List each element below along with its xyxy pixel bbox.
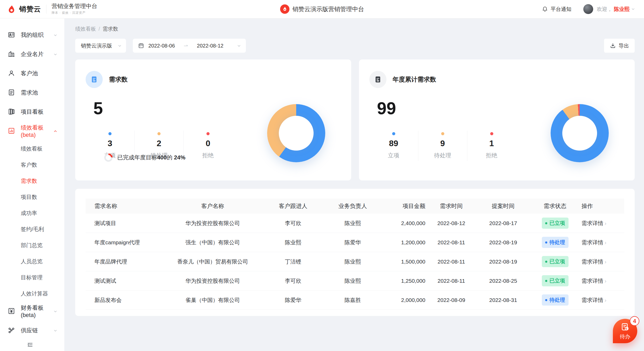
stat-label: 拒绝 [486, 152, 497, 159]
cell-proposal-date: 2022-08-31 [477, 297, 529, 303]
sidebar-subitem-label: 成功率 [21, 210, 37, 217]
cell-proposal-date: 2022-08-19 [477, 259, 529, 265]
kanban-icon [8, 108, 16, 116]
cell-amount: 2,000,000 [381, 297, 425, 303]
stat-value: 1 [489, 139, 494, 148]
col-header-demand-date: 需求时间 [425, 202, 477, 210]
demand-table-card: 需求名称 客户名称 客户跟进人 业务负责人 项目金额 需求时间 提案时间 需求状… [75, 189, 635, 316]
todo-floating-button[interactable]: 待办 4 [613, 319, 637, 343]
date-range-picker[interactable]: 2022-08-06 ⇀ 2022-08-12 [133, 39, 246, 53]
sidebar-subitem-label: 目标管理 [21, 274, 43, 281]
sidebar-item-my-org[interactable]: 我的组织 [0, 25, 64, 45]
table-row: 测试测试 华为投资控股有限公司 李可欣 陈业熙 1,250,000 2022-0… [86, 271, 624, 291]
sidebar-item-label: 客户池 [21, 70, 38, 77]
sidebar-subitem-customer-count[interactable]: 客户数 [0, 157, 64, 173]
stat-rejected: 0 拒绝 [183, 131, 232, 161]
card-header: 年度累计需求数 [369, 71, 625, 88]
demand-detail-link[interactable]: 需求详情› [581, 297, 606, 303]
col-header-status: 需求状态 [529, 202, 581, 210]
annual-demand-card: 年度累计需求数 99 89 立项 9 待处理 1 拒绝 [359, 59, 635, 180]
sidebar-item-supply-chain[interactable]: 供应链 [0, 321, 64, 340]
breadcrumb-parent[interactable]: 绩效看板 [75, 26, 96, 32]
demand-detail-link[interactable]: 需求详情› [581, 239, 606, 245]
status-badge: 已立项 [542, 275, 569, 286]
breadcrumb-current: 需求数 [103, 26, 118, 32]
demand-count-card: 需求数 5 3 立项 2 待处理 0 拒绝 [75, 59, 351, 180]
sidebar-item-customer-pool[interactable]: 客户池 [0, 64, 64, 83]
logo-text: 销赞云 [19, 4, 41, 14]
export-button[interactable]: 导出 [604, 39, 635, 53]
sidebar-collapse-button[interactable] [26, 341, 34, 348]
download-icon [610, 43, 616, 49]
red-dot-icon [490, 132, 493, 135]
blue-dot-icon [108, 132, 112, 135]
progress-text: 已完成年度目标400的 24% [117, 154, 185, 161]
chevron-down-icon [53, 52, 58, 57]
progress-ring-icon [104, 153, 113, 162]
cell-owner: 陈嘉胜 [324, 296, 381, 304]
sidebar-item-company-card[interactable]: 企业名片 [0, 45, 64, 64]
cell-client: 香奈儿（中国）贸易有限公司 [163, 258, 262, 265]
cell-name: 年度品牌代理 [86, 258, 163, 265]
document-icon [86, 71, 103, 88]
chevron-down-icon[interactable] [631, 7, 635, 11]
sidebar-item-project-board[interactable]: 项目看板 [0, 102, 64, 122]
user-avatar[interactable] [583, 4, 593, 14]
main-content: 绩效看板/需求数 销赞云演示版 2022-08-06 ⇀ 2022-08-12 … [64, 18, 644, 351]
menu-fold-icon [26, 341, 34, 348]
platform-notice-button[interactable]: 平台通知 [542, 6, 571, 13]
sidebar-subitem-demand-count[interactable]: 需求数 [0, 173, 64, 189]
date-start-value: 2022-08-06 [148, 43, 175, 49]
status-badge: 待处理 [542, 237, 569, 248]
sidebar-subitem-performance-board[interactable]: 绩效看板 [0, 141, 64, 157]
sidebar-item-label: 项目看板 [21, 108, 44, 116]
cell-status: 已立项 [529, 275, 581, 286]
org-select[interactable]: 销赞云演示版 [75, 39, 126, 53]
sidebar-subitem-staff-overview[interactable]: 人员总览 [0, 253, 64, 269]
orange-dot-icon [441, 132, 444, 135]
cell-demand-date: 2022-08-11 [425, 278, 477, 284]
col-header-follower: 客户跟进人 [262, 202, 324, 210]
demand-detail-link[interactable]: 需求详情› [581, 278, 606, 284]
card-header: 需求数 [86, 71, 341, 88]
cell-demand-date: 2022-08-09 [425, 297, 477, 303]
workspace-title-area: 销赞云演示版营销管理中台 [280, 0, 364, 18]
arrow-right-icon: › [605, 259, 606, 265]
top-header: 销赞云 营销业务管理中台 降本 · 提效 · 沉淀资产 销赞云演示版营销管理中台… [0, 0, 644, 18]
sidebar-subitem-goal-management[interactable]: 目标管理 [0, 269, 64, 286]
cell-demand-date: 2022-08-12 [425, 220, 477, 226]
sidebar-item-demand-pool[interactable]: 需求池 [0, 83, 64, 102]
demand-detail-link[interactable]: 需求详情› [581, 259, 606, 265]
sidebar-subitem-project-count[interactable]: 项目数 [0, 189, 64, 205]
date-end-value: 2022-08-12 [197, 43, 223, 49]
stat-pending: 9 待处理 [418, 131, 467, 161]
col-header-owner: 业务负责人 [324, 202, 381, 210]
table-row: 年度campaign代理 强生（中国）有限公司 陈业熙 陈爱华 1,200,00… [86, 233, 624, 252]
sidebar-subitem-label: 签约/毛利 [21, 226, 44, 233]
sidebar-subitem-department-overview[interactable]: 部门总览 [0, 237, 64, 253]
demand-donut-chart [267, 104, 325, 162]
user-name[interactable]: 陈业熙 [614, 6, 629, 13]
sidebar-item-performance-board[interactable]: 绩效看板(beta) [0, 122, 64, 141]
sidebar-item-label: 我的组织 [21, 31, 44, 39]
finance-yen-icon [8, 307, 16, 315]
sidebar-subitem-sign-margin[interactable]: 签约/毛利 [0, 221, 64, 237]
cell-follower: 李可欣 [262, 277, 324, 285]
demand-detail-link[interactable]: 需求详情› [581, 220, 606, 226]
stat-value: 9 [440, 139, 445, 148]
calendar-icon [138, 43, 144, 49]
cell-owner: 陈业熙 [324, 220, 381, 227]
sidebar-subitem-efficiency-calculator[interactable]: 人效计算器 [0, 286, 64, 302]
building-icon [8, 50, 16, 58]
app-subtitle: 降本 · 提效 · 沉淀资产 [52, 11, 97, 15]
sidebar-item-finance-board[interactable]: 财务看板(beta) [0, 302, 64, 321]
table-header: 需求名称 客户名称 客户跟进人 业务负责人 项目金额 需求时间 提案时间 需求状… [86, 199, 624, 214]
sidebar-item-label: 企业名片 [21, 50, 44, 58]
header-divider [46, 5, 46, 14]
table-row: 新品发布会 雀巢（中国）有限公司 陈爱华 陈嘉胜 2,000,000 2022-… [86, 291, 624, 310]
status-badge: 已立项 [542, 256, 569, 267]
cell-action: 需求详情› [581, 258, 624, 265]
sidebar-subitem-success-rate[interactable]: 成功率 [0, 205, 64, 221]
cell-owner: 陈业熙 [324, 258, 381, 265]
cell-client: 华为投资控股有限公司 [163, 277, 262, 285]
